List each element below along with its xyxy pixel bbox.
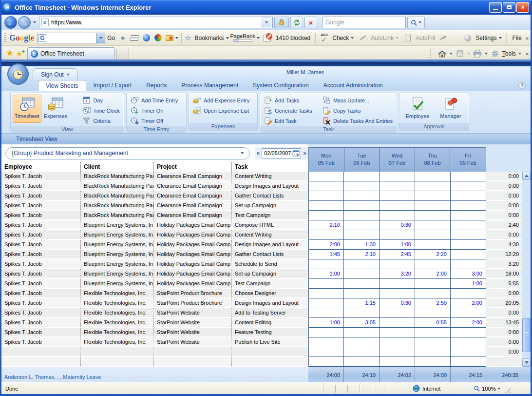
cell-employee[interactable]: Spikes T. Jacob <box>1 172 80 181</box>
time-entry-cell[interactable] <box>451 191 486 201</box>
back-button[interactable]: ← <box>4 16 17 29</box>
time-entry-cell[interactable] <box>451 308 486 318</box>
time-entry-cell[interactable]: 2:10 <box>344 250 380 259</box>
cell-task[interactable]: Content Editing <box>231 318 308 328</box>
time-entry-cell[interactable] <box>344 289 380 298</box>
cell-project[interactable]: StarPoint Website <box>153 308 231 318</box>
combo-dropdown-icon[interactable] <box>96 33 105 43</box>
news-icon[interactable] <box>130 34 139 42</box>
nav-tab-process-management[interactable]: Process Management <box>174 80 246 91</box>
spellcheck-icon[interactable]: ABC✓ <box>320 34 329 42</box>
time-entry-cell[interactable] <box>415 289 451 298</box>
add-tasks-button[interactable]: Add Tasks <box>262 95 321 105</box>
time-entry-cell[interactable] <box>344 220 380 230</box>
time-entry-cell[interactable] <box>380 191 415 201</box>
cell-task[interactable]: Test Campaign <box>231 279 308 289</box>
cell-task[interactable]: Compose HTML <box>231 220 308 230</box>
popup-blocked-icon[interactable] <box>264 34 272 42</box>
cell-client[interactable] <box>80 357 153 367</box>
settings-button[interactable]: Settings <box>475 35 496 41</box>
search-button[interactable] <box>407 17 425 28</box>
day-header-tue[interactable]: Tue06 Feb <box>344 148 380 172</box>
cell-task[interactable]: Choose Designer <box>231 289 308 298</box>
scroll-up-button[interactable] <box>522 172 531 180</box>
time-entry-cell[interactable] <box>380 172 415 181</box>
day-button[interactable]: 1 Day <box>80 95 122 105</box>
cell-client[interactable]: Blueprint Energy Systems, In <box>80 250 153 259</box>
cell-project[interactable]: Holiday Packages Email Camp <box>153 220 231 230</box>
nav-tab-view-sheets[interactable]: View Sheets <box>38 80 86 91</box>
cell-employee[interactable]: Spikes T. Jacob <box>1 201 80 211</box>
tools-dropdown-icon[interactable] <box>518 53 521 55</box>
cell-task[interactable]: Content Writing <box>231 230 308 240</box>
swirl-icon[interactable] <box>153 34 162 42</box>
time-entry-cell[interactable] <box>415 201 451 211</box>
security-lock-icon[interactable] <box>274 17 289 28</box>
cell-project[interactable]: Holiday Packages Email Camp <box>153 259 231 269</box>
time-entry-cell[interactable]: 3:20 <box>380 269 415 279</box>
resize-arrows-icon[interactable]: ◆ <box>118 34 127 42</box>
time-entry-cell[interactable] <box>415 191 451 201</box>
settings-dropdown-icon[interactable] <box>499 37 502 39</box>
time-entry-cell[interactable] <box>308 357 344 367</box>
cell-client[interactable]: Blueprint Energy Systems, In <box>80 279 153 289</box>
cell-task[interactable]: Test Campaign <box>231 211 308 220</box>
time-entry-cell[interactable] <box>415 347 451 357</box>
time-entry-cell[interactable]: 3:05 <box>344 318 380 328</box>
cell-employee[interactable]: Spikes T. Jacob <box>1 318 80 328</box>
time-entry-cell[interactable] <box>380 259 415 269</box>
cell-task[interactable]: Gather Contact Lists <box>231 191 308 201</box>
edit-task-button[interactable]: Edit Task <box>262 116 321 126</box>
date-field[interactable]: 02/05/2007 <box>262 148 301 158</box>
cell-client[interactable]: Blueprint Energy Systems, In <box>80 230 153 240</box>
url-dropdown-icon[interactable] <box>262 18 271 27</box>
time-entry-cell[interactable]: 1:00 <box>308 269 344 279</box>
cell-task[interactable] <box>231 357 308 367</box>
commandbar-overflow-chevron[interactable]: » <box>526 51 529 57</box>
cell-project[interactable]: Clearance Email Campaign <box>153 191 231 201</box>
cell-employee[interactable]: Spikes T. Jacob <box>1 269 80 279</box>
time-entry-cell[interactable]: 2:00 <box>308 240 344 250</box>
time-entry-cell[interactable] <box>308 230 344 240</box>
url-field[interactable]: https://www. <box>39 17 273 28</box>
time-entry-cell[interactable]: 3:00 <box>451 269 486 279</box>
manager-approval-button[interactable]: Manager <box>435 95 466 123</box>
time-entry-cell[interactable] <box>380 328 415 337</box>
time-entry-cell[interactable] <box>344 259 380 269</box>
time-entry-cell[interactable] <box>451 337 486 347</box>
scroll-down-button[interactable] <box>522 358 531 367</box>
time-entry-cell[interactable]: 2:45 <box>380 250 415 259</box>
file-menu[interactable]: File <box>513 35 522 41</box>
time-entry-cell[interactable] <box>344 357 380 367</box>
cell-employee[interactable]: Spikes T. Jacob <box>1 289 80 298</box>
cell-project[interactable]: StarPoint Website <box>153 318 231 328</box>
cell-employee[interactable]: Spikes T. Jacob <box>1 259 80 269</box>
maximize-button[interactable] <box>503 2 515 13</box>
time-entry-cell[interactable] <box>344 211 380 220</box>
cell-task[interactable]: Content Writing <box>231 172 308 181</box>
cell-task[interactable]: Add to Testing Server <box>231 308 308 318</box>
time-entry-cell[interactable] <box>344 328 380 337</box>
cell-task[interactable]: Set up Campaign <box>231 201 308 211</box>
folder-icon[interactable] <box>165 34 174 42</box>
zoom-control[interactable]: 100% <box>474 385 500 392</box>
cell-client[interactable]: Flexible Technologies, Inc. <box>80 318 153 328</box>
forward-button[interactable]: → <box>18 16 31 29</box>
cell-task[interactable] <box>231 347 308 357</box>
print-dropdown-icon[interactable] <box>485 53 488 55</box>
close-button[interactable]: × <box>516 2 529 13</box>
stop-button[interactable]: × <box>304 17 317 28</box>
time-entry-cell[interactable]: 2:20 <box>415 250 451 259</box>
time-entry-cell[interactable]: 1:00 <box>308 318 344 328</box>
check-dropdown-icon[interactable] <box>351 37 354 39</box>
help-icon[interactable]: ? <box>518 82 526 89</box>
cell-employee[interactable]: Spikes T. Jacob <box>1 279 80 289</box>
url-text[interactable]: https://www. <box>51 19 262 26</box>
zoom-dropdown-icon[interactable] <box>497 388 500 390</box>
day-header-fri[interactable]: Fri09 Feb <box>450 148 486 172</box>
cell-project[interactable]: Holiday Packages Email Camp <box>153 240 231 250</box>
time-entry-cell[interactable]: 0:55 <box>415 318 451 328</box>
cell-employee[interactable] <box>1 357 80 367</box>
time-entry-cell[interactable] <box>380 308 415 318</box>
cell-task[interactable]: Design Images and Layout <box>231 240 308 250</box>
